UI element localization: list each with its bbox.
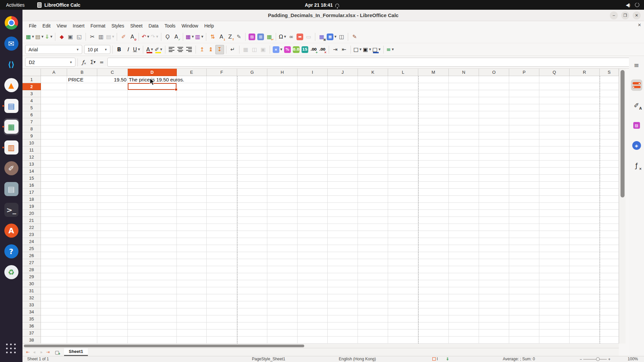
cell-I11[interactable] [298,146,328,154]
activities-button[interactable]: Activities [6,2,24,8]
cell-P21[interactable] [509,217,539,224]
cell-G11[interactable] [237,146,267,154]
cell-P8[interactable] [509,125,539,132]
cell-B11[interactable] [67,146,97,154]
cell-J26[interactable] [328,252,358,259]
cell-B31[interactable] [67,287,97,294]
cell-R16[interactable] [570,182,600,189]
cell-Q36[interactable] [539,322,570,329]
cell-R5[interactable] [570,104,600,111]
cell-A11[interactable] [41,146,67,154]
cell-B37[interactable] [67,329,97,337]
column-header-m[interactable]: M [418,69,449,76]
align-left-button[interactable] [167,45,176,54]
row-header-22[interactable]: 22 [22,224,41,231]
cell-A1[interactable] [41,76,67,83]
cell-K33[interactable] [358,301,388,308]
menu-help[interactable]: Help [201,22,217,29]
cell-K31[interactable] [358,287,388,294]
cell-C11[interactable] [97,146,128,154]
cell-L27[interactable] [388,259,418,266]
cell-J30[interactable] [328,280,358,287]
cell-E17[interactable] [177,189,207,196]
row-header-5[interactable]: 5 [22,104,41,111]
cell-H35[interactable] [267,315,298,322]
cell-A23[interactable] [41,231,67,238]
cell-S12[interactable] [600,154,619,161]
cell-Q16[interactable] [539,182,570,189]
language-status[interactable]: English (Hong Kong) [339,357,376,361]
cell-M29[interactable] [418,273,449,280]
cell-B7[interactable] [67,118,97,125]
cell-K34[interactable] [358,308,388,315]
cell-B33[interactable] [67,301,97,308]
cell-E30[interactable] [177,280,207,287]
cell-N19[interactable] [449,203,479,210]
cell-A26[interactable] [41,252,67,259]
cell-B20[interactable] [67,210,97,217]
cell-S10[interactable] [600,139,619,146]
cell-M13[interactable] [418,161,449,168]
cell-D31[interactable] [128,287,177,294]
cell-B19[interactable] [67,203,97,210]
row-header-9[interactable]: 9 [22,132,41,139]
cell-K22[interactable] [358,224,388,231]
cell-C3[interactable] [97,90,128,97]
cell-K25[interactable] [358,245,388,252]
cell-E18[interactable] [177,196,207,203]
cell-F26[interactable] [207,252,237,259]
selection-mode-icon[interactable]: I [432,357,438,361]
cell-I17[interactable] [298,189,328,196]
cell-A32[interactable] [41,294,67,301]
row-header-28[interactable]: 28 [22,266,41,273]
cell-F33[interactable] [207,301,237,308]
cell-Q29[interactable] [539,273,570,280]
borders-button[interactable]: □▼ [353,45,362,54]
cell-P20[interactable] [509,210,539,217]
cell-J29[interactable] [328,273,358,280]
cell-P16[interactable] [509,182,539,189]
cell-H2[interactable] [267,83,298,90]
cell-I10[interactable] [298,139,328,146]
cell-R17[interactable] [570,189,600,196]
clone-formatting-button[interactable]: ✐ [119,32,128,42]
cell-Q22[interactable] [539,224,570,231]
row-header-21[interactable]: 21 [22,217,41,224]
cell-G16[interactable] [237,182,267,189]
cell-K17[interactable] [358,189,388,196]
cell-P36[interactable] [509,322,539,329]
cell-O23[interactable] [479,231,509,238]
cell-L2[interactable] [388,83,418,90]
cell-G17[interactable] [237,189,267,196]
cell-N10[interactable] [449,139,479,146]
cell-O22[interactable] [479,224,509,231]
cell-N4[interactable] [449,97,479,104]
cell-G35[interactable] [237,315,267,322]
cell-B8[interactable] [67,125,97,132]
cell-S22[interactable] [600,224,619,231]
draw-functions-button[interactable]: ✎ [350,32,359,42]
cell-H17[interactable] [267,189,298,196]
cell-A19[interactable] [41,203,67,210]
column-header-l[interactable]: L [388,69,418,76]
cell-D17[interactable] [128,189,177,196]
cell-S17[interactable] [600,189,619,196]
cell-L7[interactable] [388,118,418,125]
add-sheet-button[interactable]: ▢+ [53,350,61,355]
cell-L11[interactable] [388,146,418,154]
cell-H15[interactable] [267,175,298,182]
cell-R22[interactable] [570,224,600,231]
cell-C38[interactable] [97,337,128,344]
cell-I14[interactable] [298,168,328,175]
cell-B29[interactable] [67,273,97,280]
cell-Q3[interactable] [539,90,570,97]
cell-H34[interactable] [267,308,298,315]
cell-K1[interactable] [358,76,388,83]
cell-O37[interactable] [479,329,509,337]
cell-N29[interactable] [449,273,479,280]
cell-D37[interactable] [128,329,177,337]
cell-S32[interactable] [600,294,619,301]
cell-J22[interactable] [328,224,358,231]
cell-M32[interactable] [418,294,449,301]
trash-icon[interactable]: ♻ [2,262,21,283]
